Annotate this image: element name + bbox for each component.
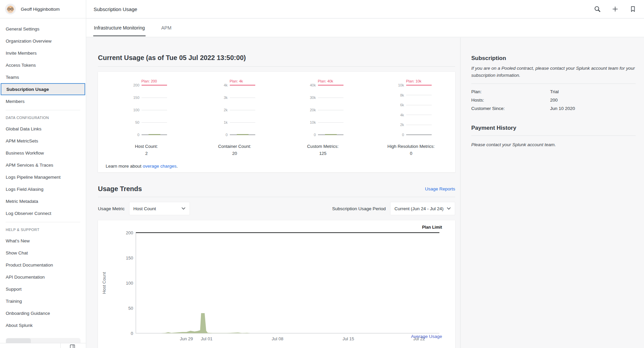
sidebar-section-divider [6,110,80,110]
sidebar-item-general-settings[interactable]: General Settings [0,23,86,35]
gauge-grid-line [406,125,432,125]
gauge-zero-line [142,134,167,135]
gauge-grid-line [406,105,432,105]
sidebar-item-business-workflow[interactable]: Business Workflow [0,147,86,159]
subscription-row-label: Hosts: [471,96,550,104]
average-usage-legend[interactable]: Average Usage [411,334,442,339]
gauge-plan-label: Plan: 40k [318,79,333,83]
gauge-zero-line [318,134,343,135]
gauge-grid-line [230,110,255,110]
panel-divider [460,38,461,348]
sidebar-item-log-observer-connect[interactable]: Log Observer Connect [0,207,86,219]
learn-more-suffix: . [176,164,178,169]
gauge-tick-label: 0 [391,133,404,137]
sidebar-item-onboarding-guidance[interactable]: Onboarding Guidance [0,307,86,319]
sidebar-item-apm-services-traces[interactable]: APM Services & Traces [0,159,86,171]
overage-charges-link[interactable]: overage charges [143,164,177,169]
period-select[interactable]: Current (Jun 24 - Jul 24) [390,202,455,215]
gauge-grid-line [142,110,167,110]
current-usage-heading: Current Usage (as of Tue 05 Jul 2022 13:… [98,54,455,62]
sidebar-section-divider [6,222,80,222]
sidebar-item-training[interactable]: Training [0,295,86,307]
gauge-row: 20k [279,108,367,112]
sidebar-item-about-splunk[interactable]: About Splunk [0,319,86,331]
usage-gauge-host-count: Plan: 200200150100500Host Count:2 [102,83,191,156]
gauge-plan-line [318,85,343,85]
gauge-tick-label: 8k [391,93,404,97]
gauge-row: 100 [102,108,191,112]
sidebar-item-members[interactable]: Members [0,95,86,107]
gauge-row: 6k [367,103,455,107]
usage-metric-select[interactable]: Host Count [129,202,190,215]
x-tick-label: Jul 01 [201,336,213,341]
section-divider [98,197,455,197]
sidebar-section-header-help-support: HELP & SUPPORT [0,224,86,235]
gauge-row: 30k [279,96,367,99]
sidebar-item-access-tokens[interactable]: Access Tokens [0,59,86,71]
add-icon[interactable] [611,5,619,13]
gauge-plan-label: Plan: 4k [230,79,243,83]
gauge-row: 0 [367,133,455,136]
x-tick-label: Jul 08 [272,336,283,341]
bookmark-icon[interactable] [629,5,637,13]
gauge-row: 0 [279,133,367,136]
usage-metric-label: Usage Metric [98,206,125,211]
sidebar-item-global-data-links[interactable]: Global Data Links [0,123,86,135]
gauge-value: 0 [367,151,455,156]
usage-trends-header: Usage Trends Usage Reports [98,185,455,193]
gauge-plan-line [230,85,255,85]
current-usage-card: Plan: 200200150100500Host Count:2Plan: 4… [98,72,455,172]
top-bar: Subscription Usage [86,0,644,18]
panel-section-divider [471,135,636,136]
sidebar-item-metric-metadata[interactable]: Metric Metadata [0,195,86,207]
gauge-row: 8k [367,94,455,97]
sidebar-item-teams[interactable]: Teams [0,71,86,83]
x-tick-label: Jul 15 [342,336,354,341]
usage-metric-value: Host Count [133,206,156,211]
sidebar-item-show-chat[interactable]: Show Chat [0,247,86,259]
collapse-panel-icon[interactable] [70,344,75,348]
sidebar-item-invite-members[interactable]: Invite Members [0,47,86,59]
usage-gauge-high-resolution-metrics: Plan: 10k10k8k6k4k2k0High Resolution Met… [367,83,455,156]
sidebar-item-what-s-new[interactable]: What's New [0,235,86,247]
gauge-usage-marker [149,134,160,135]
gauge-row: 2k [191,108,279,112]
user-memoji-avatar-icon [5,4,16,14]
y-tick-label: 0 [131,331,133,336]
sidebar-item-organization-overview[interactable]: Organization Overview [0,35,86,47]
sidebar-item-subscription-usage[interactable]: Subscription Usage [1,83,85,95]
usage-area-series [136,313,250,333]
subscription-row-plan: Plan:Trial [471,88,636,96]
subscription-row-value: Jun 10 2020 [550,104,575,113]
tab-infrastructure-monitoring[interactable]: Infrastructure Monitoring [93,19,146,37]
sidebar-item-logs-field-aliasing[interactable]: Logs Field Aliasing [0,183,86,195]
gauge-tick-label: 2k [391,123,404,127]
gauge-plot: Plan: 40k40k30k20k10k0 [279,83,367,136]
user-menu[interactable]: Geoff Higginbottom [0,0,86,18]
usage-reports-link[interactable]: Usage Reports [425,186,455,191]
gauge-row: 50 [102,121,191,124]
subscription-row-label: Plan: [471,88,550,96]
sidebar-item-logs-pipeline-management[interactable]: Logs Pipeline Management [0,171,86,183]
sidebar-item-product-documentation[interactable]: Product Documentation [0,259,86,271]
gauge-grid-line [406,115,432,115]
payment-history-note: Please contact your Splunk account team. [471,141,636,148]
gauge-tick-label: 0 [303,133,316,137]
gauge-tick-label: 40k [303,83,316,87]
sidebar-item-apm-metricsets[interactable]: APM MetricSets [0,135,86,147]
gauge-tick-label: 4k [391,113,404,117]
gauge-grid-line [318,98,343,98]
period-value: Current (Jun 24 - Jul 24) [394,206,443,211]
gauge-tick-label: 50 [126,120,140,124]
tab-apm[interactable]: APM [161,19,172,37]
y-tick-label: 200 [126,230,133,235]
gauge-grid-line [406,95,432,95]
search-icon[interactable] [594,5,601,13]
gauge-tick-label: 0 [214,133,228,137]
gauge-tick-label: 150 [126,96,140,100]
subscription-row-value: 200 [550,96,558,104]
subscription-row-label: Customer Since: [471,104,550,113]
sidebar-item-support[interactable]: Support [0,283,86,295]
sidebar-scroll-pill [6,338,80,343]
sidebar-item-api-documentation[interactable]: API Documentation [0,271,86,283]
